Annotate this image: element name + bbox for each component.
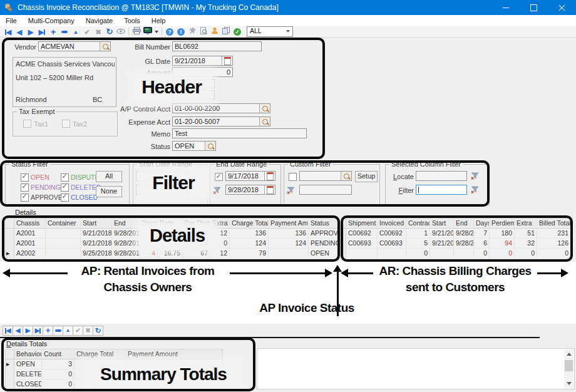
grid-column-header[interactable]: Start [81, 219, 112, 229]
grid-cell[interactable]: OPEN [309, 249, 339, 259]
grid-cell[interactable]: A2001 [14, 229, 46, 239]
end-date-from-field[interactable]: 9/17/2018 [225, 171, 275, 181]
status-field[interactable]: OPEN [172, 141, 216, 151]
custom-filter-setup-button[interactable]: Setup [355, 171, 378, 182]
next-detail-button[interactable]: ▶ [23, 326, 33, 336]
grid-cell[interactable] [46, 239, 81, 249]
checkbox[interactable] [21, 193, 29, 202]
checkbox[interactable] [61, 193, 69, 202]
grid-cell[interactable]: 180 [490, 229, 515, 239]
grid-cell[interactable]: C00693 [346, 239, 378, 249]
filter-funnel-icon[interactable] [471, 172, 480, 180]
grid-cell[interactable]: 9/21/2018 [81, 239, 112, 249]
status-all-button[interactable]: All [96, 171, 122, 182]
grid-column-header[interactable]: Charge Total [75, 349, 126, 359]
grid-cell[interactable] [430, 249, 454, 259]
maximize-button[interactable] [520, 0, 548, 15]
grid-column-header[interactable]: Shipment Bi [346, 219, 378, 229]
last-record-button[interactable]: ▶ [36, 27, 48, 37]
minimize-button[interactable] [491, 0, 520, 15]
attach-button[interactable] [187, 27, 198, 37]
status-filter-option-approved[interactable]: APPROVED [21, 192, 61, 202]
grid-column-header[interactable]: Payment Amt [269, 219, 309, 229]
grid-cell[interactable]: DELETED [14, 369, 42, 379]
gl-date-field[interactable]: 9/21/2018 [172, 56, 233, 66]
expense-lookup-button[interactable] [259, 117, 270, 126]
column-filter-field[interactable] [416, 185, 467, 195]
grid-cell[interactable]: 7 [474, 229, 490, 239]
grid-cell[interactable]: 5 [406, 239, 430, 249]
grid-cell[interactable]: PENDING [309, 239, 339, 249]
document-search-button[interactable] [198, 27, 209, 37]
vertical-scrollbar[interactable] [564, 349, 573, 388]
memo-field[interactable]: Test [172, 128, 307, 138]
next-record-button[interactable]: ▶ [25, 27, 36, 37]
tax1-checkbox[interactable] [23, 120, 31, 128]
grid-column-header[interactable]: Days [474, 219, 490, 229]
grid-cell[interactable] [454, 249, 474, 259]
grid-column-header[interactable]: End [112, 219, 140, 229]
checkbox[interactable] [21, 173, 29, 182]
end-date-to-field[interactable]: 9/28/2018 [225, 185, 275, 195]
menu-item[interactable]: Navigate [80, 17, 118, 24]
status-filter-option-pending[interactable]: PENDING [21, 182, 61, 192]
first-detail-button[interactable]: ◀ [3, 326, 13, 336]
grid-cell[interactable]: 32 [515, 239, 537, 249]
checkbox[interactable] [61, 173, 69, 182]
grid-cell[interactable]: 136 [230, 229, 269, 239]
grid-cell[interactable]: 231 [537, 229, 571, 239]
grid-cell[interactable]: 6 [474, 239, 490, 249]
grid-cell[interactable] [46, 229, 81, 239]
grid-cell[interactable]: C00692 [378, 229, 406, 239]
grid-cell[interactable]: 9/28/2018 [112, 239, 140, 249]
grid-column-header[interactable]: Count [42, 349, 75, 359]
details-totals-tab[interactable]: Details Totals [6, 340, 47, 348]
status-lookup-button[interactable] [205, 142, 215, 150]
cancel-detail-button[interactable]: ✖ [83, 326, 93, 336]
grid-column-header[interactable] [181, 349, 222, 359]
bill-number-field[interactable]: BL0692 [172, 41, 262, 51]
grid-cell[interactable]: 4 [140, 249, 158, 259]
grid-cell[interactable]: 51 [515, 229, 537, 239]
prev-detail-button[interactable]: ◀ [13, 326, 23, 336]
delete-record-button[interactable] [59, 27, 70, 37]
table-row[interactable]: C00692C0069219/21/20189/28/2018718051231 [344, 229, 571, 239]
accept-button[interactable]: ✔ [81, 27, 93, 37]
grid-cell[interactable]: 9/25/2018 [81, 249, 112, 259]
prev-record-button[interactable]: ◀ [14, 27, 25, 37]
refresh-detail-button[interactable]: ↻ [93, 326, 103, 336]
scroll-down-button[interactable] [564, 379, 573, 388]
grid-cell[interactable]: 0 [490, 249, 515, 259]
info-button[interactable]: ! [177, 28, 185, 36]
ap-control-lookup-button[interactable] [259, 104, 270, 113]
screen-dropdown-icon[interactable] [155, 31, 158, 33]
grid-cell[interactable]: 0 [474, 249, 490, 259]
grid-column-header[interactable]: Payment Amount [126, 349, 181, 359]
custom-filter-value-field[interactable] [299, 185, 352, 195]
grid-column-header[interactable]: Extra [515, 219, 537, 229]
custom-filter-lookup-button[interactable] [341, 172, 351, 180]
grid-column-header[interactable]: Perdiem [490, 219, 515, 229]
grid-column-header[interactable]: Billed Total [537, 219, 571, 229]
delete-detail-button[interactable] [53, 326, 63, 336]
grid-cell[interactable]: 12 [210, 249, 230, 259]
grid-cell[interactable]: 9/28/2018 [454, 239, 474, 249]
print-button[interactable] [131, 27, 142, 37]
edit-detail-button[interactable]: ▲ [63, 326, 73, 336]
filter-funnel-icon[interactable] [287, 187, 296, 194]
grid-column-header[interactable]: Behaviour [14, 349, 42, 359]
grid-cell[interactable]: 1 [406, 229, 430, 239]
grid-column-header[interactable]: End [454, 219, 474, 229]
grid-cell[interactable]: 9/21/2018 [430, 229, 454, 239]
scope-selector[interactable]: ALL [247, 26, 293, 37]
grid-cell[interactable] [378, 249, 406, 259]
copy-button[interactable] [220, 27, 232, 37]
locate-field[interactable] [416, 171, 467, 181]
grid-cell[interactable]: 124 [230, 239, 269, 249]
tax2-checkbox[interactable] [62, 120, 70, 128]
grid-cell[interactable]: C00692 [346, 229, 378, 239]
grid-cell[interactable]: 126 [537, 239, 571, 249]
grid-cell[interactable]: 9/28/2018 [454, 229, 474, 239]
grid-cell[interactable]: 9/21/2018 [81, 229, 112, 239]
grid-cell[interactable]: 9/28/2018 [112, 229, 140, 239]
